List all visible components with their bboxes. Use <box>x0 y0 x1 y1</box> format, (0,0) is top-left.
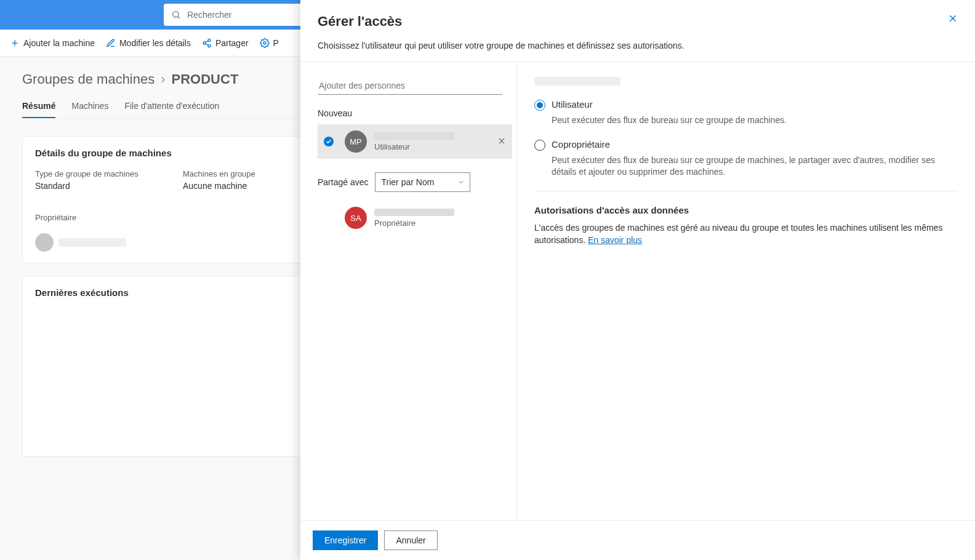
panel-subtitle: Choisissez l'utilisateur qui peut utilis… <box>300 41 975 62</box>
search-placeholder: Rechercher <box>187 10 231 20</box>
search-icon <box>171 10 181 20</box>
machines-value: Aucune machine <box>183 181 287 191</box>
learn-more-link[interactable]: En savoir plus <box>588 235 642 245</box>
avatar: SA <box>345 207 367 229</box>
pencil-icon <box>106 38 116 48</box>
close-icon <box>948 14 958 23</box>
tab-queue[interactable]: File d'attente d'exécution <box>124 101 219 118</box>
share-label: Partager <box>215 38 249 48</box>
svg-point-9 <box>263 42 266 44</box>
machines-label: Machines en groupe <box>183 169 287 178</box>
chevron-down-icon <box>457 178 465 186</box>
avatar <box>35 233 54 252</box>
role-coowner-desc: Peut exécuter des flux de bureau sur ce … <box>552 154 958 178</box>
manage-access-panel: Gérer l'accès Choisissez l'utilisateur q… <box>300 0 975 560</box>
shared-with-label: Partagé avec <box>318 177 369 187</box>
role-coowner-label: Copropriétaire <box>552 139 610 150</box>
svg-line-8 <box>206 44 209 46</box>
svg-point-0 <box>173 12 179 17</box>
add-machine-button[interactable]: Ajouter la machine <box>10 38 95 48</box>
modify-details-label: Modifier les détails <box>119 38 191 48</box>
breadcrumb-leaf: PRODUCT <box>172 71 239 87</box>
person-name-blurred <box>374 209 454 216</box>
tab-machines[interactable]: Machines <box>71 101 108 118</box>
svg-point-4 <box>208 39 211 41</box>
svg-line-1 <box>178 17 180 18</box>
close-button[interactable] <box>948 14 958 26</box>
more-label: P <box>273 38 279 48</box>
panel-footer: Enregistrer Annuler <box>300 520 975 560</box>
person-name-blurred <box>374 132 454 140</box>
check-icon <box>324 137 334 146</box>
selected-person-name-blurred <box>534 77 620 86</box>
owner-person-row[interactable]: SA Propriétaire <box>318 201 512 235</box>
new-label: Nouveau <box>318 108 510 118</box>
type-label: Type de groupe de machines <box>35 169 140 178</box>
role-user-radio[interactable] <box>534 100 545 111</box>
share-button[interactable]: Partager <box>202 38 249 48</box>
sort-select[interactable]: Trier par Nom <box>375 172 470 192</box>
svg-point-6 <box>208 44 211 47</box>
sort-select-value: Trier par Nom <box>382 177 435 187</box>
more-button[interactable]: P <box>260 38 279 48</box>
panel-left: Nouveau MP Utilisateur Partagé avec Trie… <box>300 62 517 520</box>
remove-person-button[interactable] <box>497 137 506 147</box>
share-icon <box>202 38 212 48</box>
gear-icon <box>260 38 270 48</box>
role-user-label: Utilisateur <box>552 99 593 110</box>
plus-icon <box>10 38 20 48</box>
type-value: Standard <box>35 181 140 191</box>
data-perm-title: Autorisations d'accès aux données <box>534 205 958 215</box>
save-button[interactable]: Enregistrer <box>313 530 378 550</box>
add-machine-label: Ajouter la machine <box>23 38 95 48</box>
modify-details-button[interactable]: Modifier les détails <box>106 38 191 48</box>
tab-summary[interactable]: Résumé <box>22 101 55 118</box>
svg-point-5 <box>203 42 206 44</box>
cancel-button[interactable]: Annuler <box>384 530 437 550</box>
avatar: MP <box>345 130 367 153</box>
panel-right: Utilisateur Peut exécuter des flux de bu… <box>517 62 975 520</box>
role-coowner-radio[interactable] <box>534 140 545 151</box>
svg-line-7 <box>206 41 209 42</box>
person-role: Propriétaire <box>374 218 454 228</box>
breadcrumb-root[interactable]: Groupes de machines <box>22 71 154 87</box>
panel-title: Gérer l'accès <box>318 14 402 30</box>
role-user-desc: Peut exécuter des flux de bureau sur ce … <box>552 114 958 127</box>
new-person-row[interactable]: MP Utilisateur <box>318 124 512 159</box>
data-perm-text: L'accès des groupes de machines est géré… <box>534 222 958 247</box>
add-people-input[interactable] <box>318 77 502 95</box>
person-role: Utilisateur <box>374 142 454 151</box>
chevron-right-icon: › <box>161 71 165 87</box>
owner-name-blurred <box>58 238 126 247</box>
close-icon <box>497 137 506 145</box>
